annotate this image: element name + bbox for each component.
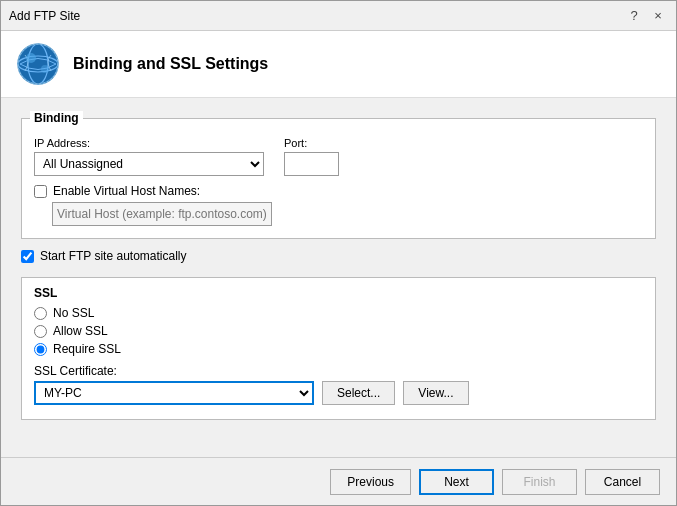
ip-address-select[interactable]: All Unassigned [34,152,264,176]
close-button[interactable]: × [648,6,668,26]
auto-start-checkbox[interactable] [21,250,34,263]
ssl-cert-select[interactable]: MY-PC [34,381,314,405]
title-bar: Add FTP Site ? × [1,1,676,31]
view-button[interactable]: View... [403,381,468,405]
no-ssl-label: No SSL [53,306,94,320]
no-ssl-row: No SSL [34,306,643,320]
ssl-cert-label: SSL Certificate: [34,364,643,378]
window-title: Add FTP Site [9,9,80,23]
binding-group-label: Binding [30,111,83,125]
ip-port-row: IP Address: All Unassigned Port: 990 [34,137,643,176]
virtual-host-checkbox-row: Enable Virtual Host Names: [34,184,643,198]
virtual-host-input[interactable] [52,202,272,226]
footer: Previous Next Finish Cancel [1,457,676,505]
virtual-host-input-row [34,198,643,226]
ssl-group-title: SSL [34,286,643,300]
title-bar-buttons: ? × [624,6,668,26]
no-ssl-radio[interactable] [34,307,47,320]
content-area: Binding IP Address: All Unassigned Port:… [1,98,676,457]
cancel-button[interactable]: Cancel [585,469,660,495]
port-input[interactable]: 990 [284,152,339,176]
cert-select-row: MY-PC Select... View... [34,381,643,405]
select-button[interactable]: Select... [322,381,395,405]
help-button[interactable]: ? [624,6,644,26]
next-button[interactable]: Next [419,469,494,495]
ssl-cert-col: SSL Certificate: MY-PC Select... View... [34,364,643,405]
require-ssl-radio[interactable] [34,343,47,356]
port-field-col: Port: 990 [284,137,339,176]
binding-group: Binding IP Address: All Unassigned Port:… [21,118,656,239]
require-ssl-row: Require SSL [34,342,643,356]
previous-button[interactable]: Previous [330,469,411,495]
allow-ssl-label: Allow SSL [53,324,108,338]
require-ssl-label: Require SSL [53,342,121,356]
ssl-group: SSL No SSL Allow SSL Require SSL SSL Cer… [21,277,656,420]
auto-start-row: Start FTP site automatically [21,249,656,263]
allow-ssl-radio[interactable] [34,325,47,338]
enable-virtual-host-checkbox[interactable] [34,185,47,198]
allow-ssl-row: Allow SSL [34,324,643,338]
ip-field-col: IP Address: All Unassigned [34,137,264,176]
auto-start-label: Start FTP site automatically [40,249,187,263]
title-bar-left: Add FTP Site [9,9,80,23]
header-title: Binding and SSL Settings [73,55,268,73]
header-area: Binding and SSL Settings [1,31,676,98]
svg-point-5 [26,53,36,63]
ip-address-label: IP Address: [34,137,264,149]
port-label: Port: [284,137,339,149]
finish-button: Finish [502,469,577,495]
window: Add FTP Site ? × Binding and SSL Setting… [0,0,677,506]
enable-virtual-host-label: Enable Virtual Host Names: [53,184,200,198]
globe-icon [17,43,59,85]
svg-point-6 [41,65,49,73]
